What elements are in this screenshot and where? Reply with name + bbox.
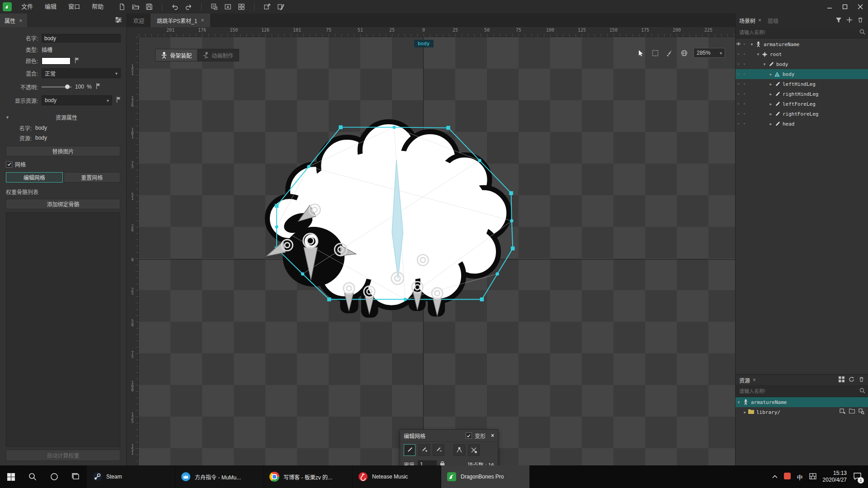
toolbar-open-icon[interactable] [131, 2, 140, 11]
toolbar-library-icon[interactable] [237, 2, 246, 11]
lock-dot[interactable]: • [741, 102, 747, 106]
tab-hierarchy[interactable]: 层级 [768, 17, 778, 24]
close-icon[interactable]: × [201, 17, 204, 23]
resource-item-armature[interactable]: ▼ armatureName [736, 397, 868, 407]
window-close-button[interactable] [853, 0, 868, 14]
resource-section-header[interactable]: ▼ 资源属性 [5, 113, 121, 121]
toolbar-save-icon[interactable] [145, 2, 154, 11]
tree-item-rightForeLeg[interactable]: • • ▶ rightForeLeg [736, 109, 868, 119]
resource-item-library[interactable]: ▶ library/ [736, 407, 868, 417]
lock-dot[interactable]: • [741, 62, 747, 66]
tab-welcome[interactable]: 欢迎 [127, 14, 151, 27]
flag-icon[interactable] [116, 97, 121, 104]
start-button[interactable] [0, 465, 22, 488]
visibility-dot[interactable]: • [736, 62, 741, 66]
mode-rigging-button[interactable]: 骨架装配 [156, 49, 197, 61]
lock-dot[interactable]: • [741, 52, 747, 56]
mesh-split-tool[interactable] [468, 444, 480, 456]
task-view-button[interactable] [65, 465, 87, 488]
chevron-right-icon[interactable]: ▶ [742, 410, 748, 414]
mesh-edge-tool[interactable] [453, 444, 465, 456]
visibility-dot[interactable]: • [736, 102, 741, 106]
flag-icon[interactable] [95, 83, 100, 90]
tree-item-body-bone[interactable]: • • ▼ body [736, 59, 868, 69]
toolbar-export-icon[interactable] [263, 2, 272, 11]
tree-item-rightHindLeg[interactable]: • • ▶ rightHindLeg [736, 89, 868, 99]
menu-edit[interactable]: 编辑 [39, 0, 62, 14]
flag-icon[interactable] [74, 57, 79, 65]
add-icon[interactable] [846, 17, 853, 24]
close-icon[interactable]: × [19, 17, 23, 24]
chevron-down-icon[interactable]: ▼ [749, 42, 755, 47]
tree-item-head[interactable]: • • ▶ head [736, 119, 868, 129]
color-swatch[interactable] [42, 57, 71, 65]
toolbar-undo-icon[interactable] [170, 2, 179, 11]
taskbar-app-chrome[interactable]: 写博客 - 板栗zv 的... [264, 465, 353, 488]
close-icon[interactable]: × [758, 17, 761, 23]
chevron-right-icon[interactable]: ▶ [768, 92, 774, 96]
taskbar-app-dragonbones[interactable]: DragonBones Pro [441, 465, 530, 488]
menu-help[interactable]: 帮助 [86, 0, 109, 14]
marquee-tool-icon[interactable] [650, 48, 660, 58]
visibility-dot[interactable]: • [736, 72, 741, 76]
chevron-right-icon[interactable]: ▶ [768, 72, 774, 76]
scene-search-input[interactable] [738, 29, 859, 36]
ime-language-indicator[interactable]: 中 [797, 473, 803, 481]
display-resource-select[interactable]: body ▾ [42, 95, 112, 105]
mesh-edit-tool[interactable] [404, 444, 415, 456]
weight-bones-list[interactable] [6, 212, 120, 447]
visibility-dot[interactable]: • [736, 52, 741, 56]
tab-properties[interactable]: 属性 × [0, 14, 27, 27]
mesh-checkbox[interactable] [6, 161, 12, 168]
close-icon[interactable]: × [753, 377, 756, 383]
toolbar-import-image-icon[interactable] [210, 2, 219, 11]
window-minimize-button[interactable] [822, 0, 837, 14]
edit-mesh-button[interactable]: 编辑网格 [6, 172, 63, 183]
tree-item-armature[interactable]: • ▼ armatureName [736, 39, 868, 49]
blend-select[interactable]: 正常 ▾ [42, 68, 121, 78]
grid-view-icon[interactable] [839, 376, 844, 384]
visibility-dot[interactable]: • [736, 92, 741, 96]
panel-settings-icon[interactable] [115, 17, 122, 24]
taskbar-app-mumu[interactable]: 方舟指令 - MuMu... [175, 465, 264, 488]
chevron-right-icon[interactable]: ▶ [768, 102, 774, 106]
canvas-stage[interactable] [139, 37, 735, 465]
visibility-dot[interactable]: • [736, 122, 741, 126]
sphere-view-icon[interactable] [679, 48, 689, 58]
reset-mesh-button[interactable]: 重置网格 [64, 172, 121, 183]
cursor-tool-icon[interactable] [636, 48, 646, 58]
density-input[interactable] [418, 460, 437, 465]
slider-knob[interactable] [65, 84, 70, 89]
lock-dot[interactable]: • [741, 112, 747, 116]
trash-icon[interactable] [857, 17, 863, 24]
chevron-right-icon[interactable]: ▶ [768, 112, 774, 116]
lock-dot[interactable]: • [741, 82, 747, 86]
mesh-add-vertex-tool[interactable] [418, 444, 430, 456]
tray-expand-icon[interactable] [772, 474, 778, 480]
ime-keyboard-icon[interactable] [809, 473, 816, 481]
taskbar-app-netease[interactable]: Netease Music [353, 465, 441, 488]
chevron-down-icon[interactable]: ▼ [755, 52, 761, 56]
replace-image-button[interactable]: 替换图片 [6, 146, 120, 156]
visibility-dot[interactable]: • [736, 82, 741, 86]
find-resource-icon[interactable] [859, 408, 864, 416]
taskbar-app-steam[interactable]: Steam [87, 465, 175, 488]
paint-tool-icon[interactable] [665, 48, 675, 58]
search-icon[interactable] [859, 388, 865, 395]
name-input[interactable] [42, 34, 121, 42]
toolbar-texture-edit-icon[interactable] [276, 2, 285, 11]
deform-checkbox[interactable] [466, 432, 472, 439]
notification-center-button[interactable]: 1 [853, 472, 862, 481]
trash-icon[interactable] [859, 376, 864, 384]
tab-scene-tree[interactable]: 场景树 [739, 17, 755, 24]
add-bind-bone-button[interactable]: 添加绑定骨骼 [6, 199, 120, 209]
eye-icon[interactable] [736, 42, 741, 47]
tree-item-leftHindLeg[interactable]: • • ▶ leftHindLeg [736, 79, 868, 89]
lock-dot[interactable]: • [741, 122, 747, 126]
taskbar-search-button[interactable] [22, 465, 43, 488]
chevron-down-icon[interactable]: ▼ [762, 62, 767, 66]
menu-window[interactable]: 窗口 [62, 0, 86, 14]
stage-area[interactable]: 骨架装配 动画制作 285% ▾ [139, 37, 735, 465]
zoom-select[interactable]: 285% ▾ [693, 48, 725, 58]
new-folder-icon[interactable] [849, 408, 855, 416]
